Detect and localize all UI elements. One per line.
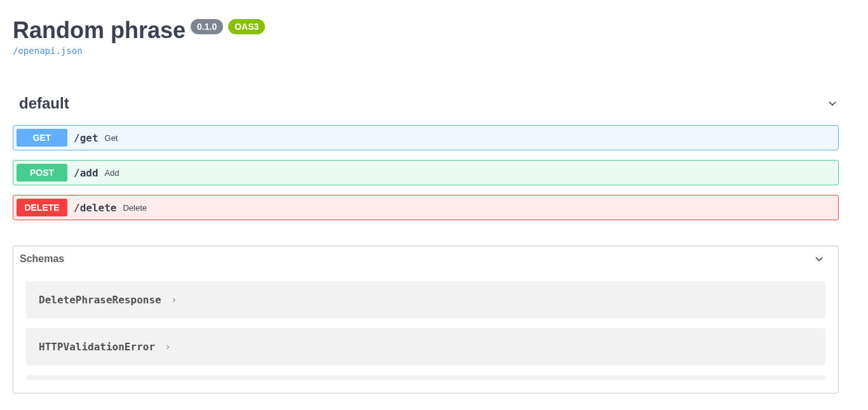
- schema-name: HTTPValidationError: [39, 341, 155, 353]
- chevron-right-icon: [170, 296, 179, 305]
- method-badge: DELETE: [17, 199, 67, 216]
- chevron-right-icon: [164, 343, 173, 352]
- api-title: Random phrase: [13, 19, 186, 42]
- operation-summary: Get: [105, 133, 118, 143]
- method-badge: GET: [17, 129, 67, 147]
- chevron-down-icon: [813, 253, 825, 265]
- spec-link[interactable]: /openapi.json: [13, 46, 83, 56]
- schemas-header[interactable]: Schemas: [13, 246, 838, 272]
- schema-item[interactable]: [26, 375, 825, 380]
- schema-name: DeletePhraseResponse: [39, 294, 161, 306]
- operations-list: GET /get Get POST /add Add DELETE /delet…: [13, 125, 839, 220]
- version-badge: 0.1.0: [191, 19, 223, 34]
- method-badge: POST: [17, 164, 67, 182]
- chevron-down-icon: [826, 97, 839, 110]
- operation-get[interactable]: GET /get Get: [13, 125, 839, 150]
- schemas-section: Schemas DeletePhraseResponse HTTPValidat…: [13, 246, 839, 393]
- schema-item[interactable]: HTTPValidationError: [26, 328, 825, 366]
- operation-summary: Delete: [123, 203, 147, 213]
- operation-summary: Add: [105, 168, 119, 178]
- operation-path: /add: [74, 167, 98, 179]
- tag-section-header[interactable]: default: [13, 88, 839, 119]
- operation-path: /delete: [74, 202, 116, 214]
- schema-item[interactable]: DeletePhraseResponse: [26, 281, 825, 319]
- operation-post[interactable]: POST /add Add: [13, 160, 839, 185]
- oas-badge: OAS3: [228, 19, 265, 34]
- operation-delete[interactable]: DELETE /delete Delete: [13, 195, 839, 220]
- schemas-list: DeletePhraseResponse HTTPValidationError: [13, 281, 838, 393]
- schemas-title: Schemas: [20, 253, 64, 265]
- operation-path: /get: [74, 132, 98, 144]
- tag-name: default: [19, 95, 69, 112]
- api-header: Random phrase 0.1.0 OAS3 /openapi.json: [13, 0, 839, 56]
